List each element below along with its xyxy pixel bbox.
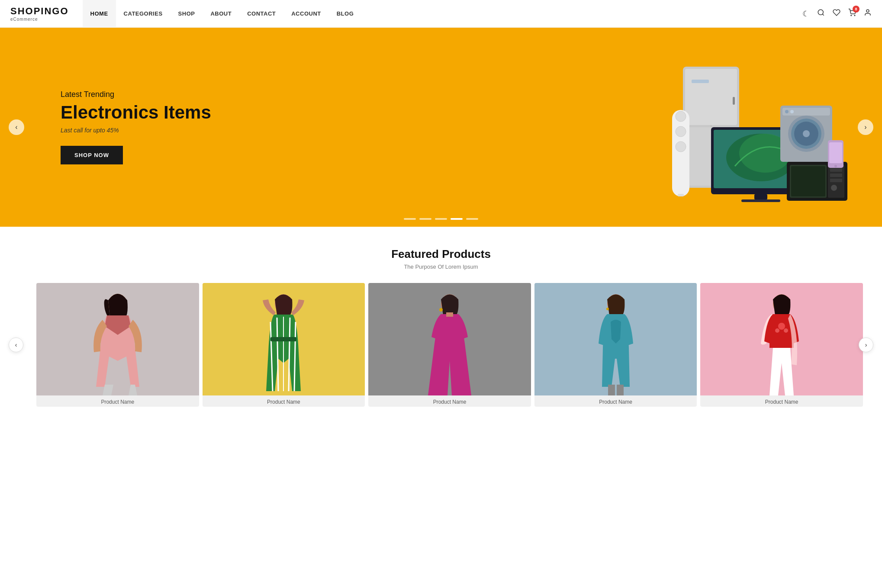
featured-products-section: Featured Products The Purpose Of Lorem I… [0, 227, 882, 420]
svg-point-20 [676, 126, 686, 137]
svg-point-4 [866, 10, 869, 12]
hero-prev-button[interactable]: ‹ [9, 119, 24, 135]
cart-button[interactable]: 8 [848, 9, 856, 19]
products-prev-button[interactable]: ‹ [9, 337, 23, 352]
svg-point-38 [831, 185, 837, 191]
svg-point-30 [790, 110, 794, 113]
nav-link-categories[interactable]: CATEGORIES [116, 0, 171, 28]
svg-line-1 [822, 14, 824, 15]
product-name-5: Product Name [700, 395, 863, 407]
product-name-1: Product Name [36, 395, 199, 407]
svg-point-54 [606, 308, 609, 310]
product-name-4: Product Name [534, 395, 697, 407]
nav-item-contact[interactable]: CONTACT [239, 0, 283, 28]
products-row: Product Name [0, 283, 882, 407]
product-name-3: Product Name [368, 395, 531, 407]
nav-link-about[interactable]: ABOUT [203, 0, 239, 28]
product-image-4 [534, 283, 697, 395]
cart-badge: 8 [853, 6, 859, 13]
svg-point-21 [676, 141, 686, 152]
nav-icons: ☾ 8 [802, 9, 872, 19]
svg-rect-8 [733, 97, 735, 105]
search-icon [817, 9, 825, 19]
svg-point-2 [851, 15, 852, 16]
hero-dot-4[interactable] [451, 218, 463, 220]
nav-item-about[interactable]: ABOUT [203, 0, 239, 28]
hero-image [631, 41, 856, 214]
hero-cta-button[interactable]: SHOP NOW [61, 146, 123, 164]
svg-rect-35 [830, 168, 842, 172]
moon-icon: ☾ [802, 9, 809, 19]
nav-item-home[interactable]: HOME [83, 0, 116, 28]
product-card-3[interactable]: Product Name [368, 283, 531, 407]
product-card-1[interactable]: Product Name [36, 283, 199, 407]
svg-point-41 [834, 165, 837, 167]
svg-rect-6 [685, 69, 737, 125]
hero-dot-2[interactable] [419, 218, 431, 220]
svg-rect-22 [678, 194, 684, 196]
hero-dots [404, 218, 478, 220]
products-carousel: ‹ [0, 283, 882, 407]
product-image-2 [203, 283, 365, 395]
product-image-3 [368, 283, 531, 395]
nav-link-account[interactable]: ACCOUNT [283, 0, 329, 28]
search-button[interactable] [817, 9, 825, 19]
svg-point-51 [439, 308, 443, 312]
svg-point-27 [803, 130, 810, 137]
nav-item-categories[interactable]: CATEGORIES [116, 0, 171, 28]
svg-point-58 [778, 323, 785, 330]
chevron-right-icon: › [865, 341, 867, 348]
svg-point-60 [784, 328, 788, 333]
user-button[interactable] [864, 9, 872, 19]
nav-item-shop[interactable]: SHOP [171, 0, 203, 28]
wishlist-button[interactable] [833, 9, 840, 19]
chevron-left-icon: ‹ [15, 123, 17, 131]
hero-description: Last call for upto 45% [61, 127, 441, 134]
svg-rect-33 [791, 166, 825, 196]
svg-rect-49 [270, 337, 296, 341]
svg-rect-16 [754, 194, 767, 199]
brand-name: SHOPINGO [10, 6, 69, 17]
product-image-1 [36, 283, 199, 395]
nav-link-blog[interactable]: BLOG [329, 0, 362, 28]
product-name-2: Product Name [203, 395, 365, 407]
nav-links: HOME CATEGORIES SHOP ABOUT CONTACT ACCOU… [83, 0, 802, 28]
svg-rect-40 [829, 142, 842, 163]
product-image-5 [700, 283, 863, 395]
heart-icon [833, 9, 840, 19]
featured-subtitle: The Purpose Of Lorem Ipsum [0, 263, 882, 270]
hero-dot-5[interactable] [466, 218, 478, 220]
hero-dot-3[interactable] [435, 218, 447, 220]
svg-rect-52 [446, 312, 453, 317]
products-next-button[interactable]: › [859, 337, 873, 352]
logo[interactable]: SHOPINGO eCommerce [10, 6, 69, 22]
nav-link-contact[interactable]: CONTACT [239, 0, 283, 28]
svg-rect-11 [692, 80, 709, 83]
featured-title: Featured Products [0, 247, 882, 261]
svg-rect-17 [741, 199, 780, 202]
hero-content: Latest Trending Electronics Items Last c… [0, 90, 441, 164]
dark-mode-button[interactable]: ☾ [802, 9, 809, 19]
nav-item-account[interactable]: ACCOUNT [283, 0, 329, 28]
electronics-illustration [631, 41, 856, 214]
product-card-5[interactable]: Product Name [700, 283, 863, 407]
hero-next-button[interactable]: › [858, 119, 873, 135]
brand-sub: eCommerce [10, 17, 38, 22]
svg-rect-28 [782, 108, 830, 116]
hero-banner: ‹ Latest Trending Electronics Items Last… [0, 28, 882, 227]
nav-item-blog[interactable]: BLOG [329, 0, 362, 28]
svg-point-3 [854, 15, 855, 16]
nav-link-shop[interactable]: SHOP [171, 0, 203, 28]
chevron-right-icon: › [864, 123, 866, 131]
product-card-2[interactable]: Product Name [203, 283, 365, 407]
svg-rect-18 [672, 110, 689, 196]
product-card-4[interactable]: Product Name [534, 283, 697, 407]
svg-point-29 [785, 110, 789, 113]
hero-title: Electronics Items [61, 103, 441, 122]
hero-dot-1[interactable] [404, 218, 416, 220]
nav-link-home[interactable]: HOME [83, 0, 116, 28]
svg-rect-56 [617, 385, 624, 395]
svg-point-19 [676, 111, 686, 122]
navbar: SHOPINGO eCommerce HOME CATEGORIES SHOP … [0, 0, 882, 28]
user-icon [864, 9, 872, 19]
